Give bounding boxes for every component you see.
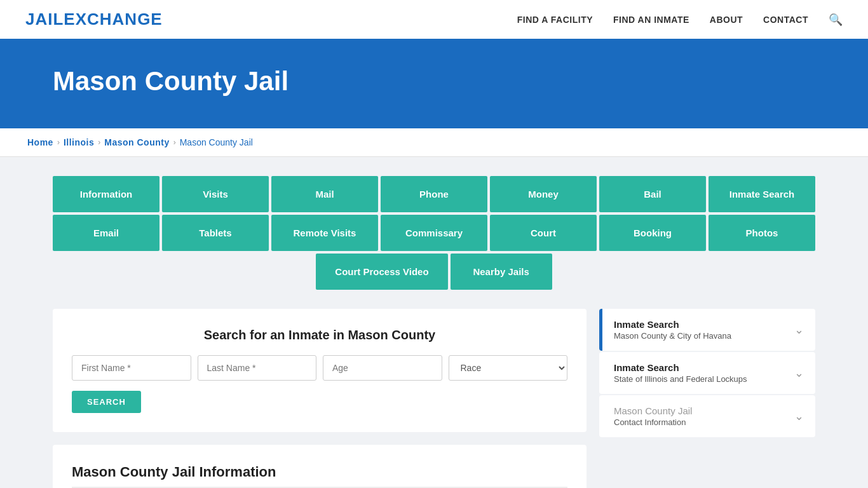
site-header: JAILEXCHANGE FIND A FACILITY FIND AN INM… bbox=[0, 0, 868, 41]
logo-exchange: EXCHANGE bbox=[64, 10, 162, 29]
btn-email[interactable]: Email bbox=[53, 215, 159, 251]
nav-about[interactable]: ABOUT bbox=[710, 15, 743, 25]
sidebar-card-subtitle-2: Contact Information bbox=[614, 417, 692, 427]
sidebar-card-header-2[interactable]: Mason County Jail Contact Information ⌄ bbox=[602, 395, 815, 437]
sidebar: Inmate Search Mason County & City of Hav… bbox=[599, 309, 815, 438]
chevron-down-icon-2: ⌄ bbox=[794, 409, 804, 423]
breadcrumb-illinois[interactable]: Illinois bbox=[64, 137, 94, 147]
chevron-down-icon-1: ⌄ bbox=[794, 366, 804, 380]
btn-visits[interactable]: Visits bbox=[162, 176, 269, 212]
btn-tablets[interactable]: Tablets bbox=[162, 215, 269, 251]
btn-money[interactable]: Money bbox=[490, 176, 597, 212]
breadcrumb-sep-3: › bbox=[173, 138, 176, 147]
sidebar-card-text-1: Inmate Search State of Illinois and Fede… bbox=[614, 362, 747, 384]
breadcrumb-sep-2: › bbox=[98, 138, 100, 147]
search-box: Search for an Inmate in Mason County Rac… bbox=[53, 309, 587, 432]
button-grid-row2: Email Tablets Remote Visits Commissary C… bbox=[53, 215, 815, 251]
sidebar-card-text-2: Mason County Jail Contact Information bbox=[614, 405, 692, 427]
info-section: Mason County Jail Information bbox=[53, 445, 587, 488]
left-column: Search for an Inmate in Mason County Rac… bbox=[53, 309, 587, 488]
sidebar-card-header-1[interactable]: Inmate Search State of Illinois and Fede… bbox=[602, 352, 815, 394]
sidebar-card-0: Inmate Search Mason County & City of Hav… bbox=[599, 309, 815, 351]
sidebar-card-2: Mason County Jail Contact Information ⌄ bbox=[599, 395, 815, 437]
breadcrumb-home[interactable]: Home bbox=[27, 137, 53, 147]
btn-nearby-jails[interactable]: Nearby Jails bbox=[451, 254, 552, 290]
breadcrumb-mason-county[interactable]: Mason County bbox=[104, 137, 169, 147]
btn-court-process-video[interactable]: Court Process Video bbox=[316, 254, 447, 290]
sidebar-card-1: Inmate Search State of Illinois and Fede… bbox=[599, 352, 815, 394]
breadcrumb-current: Mason County Jail bbox=[180, 137, 253, 147]
last-name-input[interactable] bbox=[198, 355, 317, 381]
race-select[interactable]: Race White Black Hispanic Asian Other bbox=[449, 355, 568, 381]
btn-commissary[interactable]: Commissary bbox=[381, 215, 487, 251]
nav-contact[interactable]: CONTACT bbox=[763, 15, 808, 25]
btn-phone[interactable]: Phone bbox=[381, 176, 487, 212]
nav-find-inmate[interactable]: FIND AN INMATE bbox=[613, 15, 689, 25]
sidebar-card-header-0[interactable]: Inmate Search Mason County & City of Hav… bbox=[602, 309, 815, 351]
btn-bail[interactable]: Bail bbox=[599, 176, 706, 212]
sidebar-card-subtitle-1: State of Illinois and Federal Lockups bbox=[614, 374, 747, 384]
sidebar-card-title-2: Mason County Jail bbox=[614, 405, 692, 416]
info-title: Mason County Jail Information bbox=[72, 464, 567, 488]
search-fields: Race White Black Hispanic Asian Other bbox=[72, 355, 567, 381]
hero-section: Mason County Jail bbox=[0, 41, 868, 128]
age-input[interactable] bbox=[323, 355, 442, 381]
search-icon-button[interactable]: 🔍 bbox=[829, 13, 843, 27]
btn-inmate-search[interactable]: Inmate Search bbox=[709, 176, 815, 212]
button-grid-row1: Information Visits Mail Phone Money Bail… bbox=[53, 176, 815, 212]
main-content: Information Visits Mail Phone Money Bail… bbox=[27, 157, 841, 488]
nav-find-facility[interactable]: FIND A FACILITY bbox=[517, 15, 593, 25]
btn-remote-visits[interactable]: Remote Visits bbox=[271, 215, 378, 251]
first-name-input[interactable] bbox=[72, 355, 191, 381]
logo-jail: JAIL bbox=[25, 10, 64, 29]
breadcrumb: Home › Illinois › Mason County › Mason C… bbox=[27, 137, 841, 147]
chevron-down-icon-0: ⌄ bbox=[794, 323, 804, 337]
page-title: Mason County Jail bbox=[53, 66, 815, 97]
button-grid-row3: Court Process Video Nearby Jails bbox=[53, 254, 815, 290]
search-button[interactable]: SEARCH bbox=[72, 391, 141, 413]
two-col-layout: Search for an Inmate in Mason County Rac… bbox=[53, 309, 815, 488]
sidebar-card-text-0: Inmate Search Mason County & City of Hav… bbox=[614, 319, 731, 341]
sidebar-card-subtitle-0: Mason County & City of Havana bbox=[614, 331, 731, 341]
btn-photos[interactable]: Photos bbox=[709, 215, 815, 251]
btn-booking[interactable]: Booking bbox=[599, 215, 706, 251]
sidebar-card-title-0: Inmate Search bbox=[614, 319, 731, 330]
btn-information[interactable]: Information bbox=[53, 176, 159, 212]
sidebar-card-title-1: Inmate Search bbox=[614, 362, 747, 373]
btn-court[interactable]: Court bbox=[490, 215, 597, 251]
breadcrumb-bar: Home › Illinois › Mason County › Mason C… bbox=[0, 128, 868, 157]
logo[interactable]: JAILEXCHANGE bbox=[25, 10, 163, 29]
breadcrumb-sep-1: › bbox=[57, 138, 60, 147]
search-title: Search for an Inmate in Mason County bbox=[72, 328, 567, 342]
main-nav: FIND A FACILITY FIND AN INMATE ABOUT CON… bbox=[517, 13, 843, 27]
btn-mail[interactable]: Mail bbox=[271, 176, 378, 212]
